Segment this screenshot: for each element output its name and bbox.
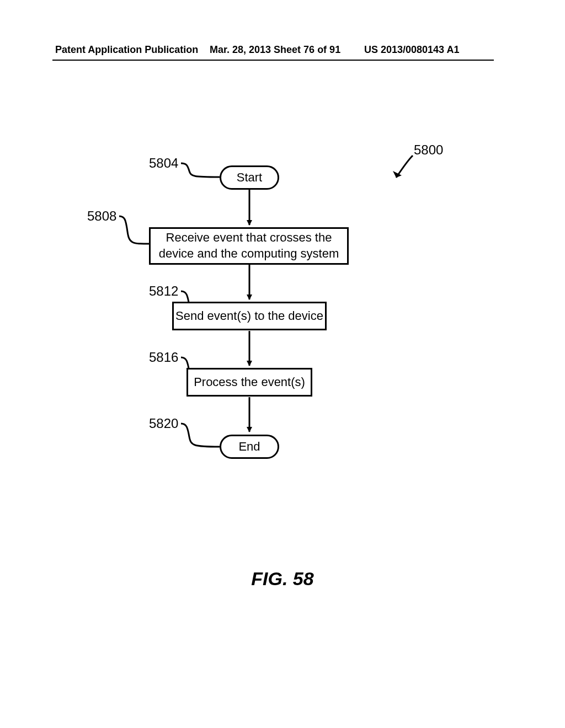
- process-event-box: Process the event(s): [186, 368, 312, 397]
- send-event-box: Send event(s) to the device: [172, 302, 327, 330]
- receive-event-text: Receive event that crosses the device an…: [155, 230, 343, 261]
- end-label: End: [238, 439, 260, 455]
- start-label: Start: [237, 170, 262, 186]
- send-event-text: Send event(s) to the device: [175, 308, 323, 324]
- ref-start: 5804: [149, 156, 178, 171]
- ref-process: 5816: [149, 350, 178, 365]
- ref-end: 5820: [149, 416, 178, 431]
- start-terminator: Start: [220, 165, 279, 190]
- ref-receive: 5808: [87, 208, 116, 224]
- ref-overall: 5800: [414, 142, 443, 158]
- figure-title: FIG. 58: [0, 568, 565, 590]
- process-event-text: Process the event(s): [194, 374, 305, 390]
- flowchart-connectors: [0, 0, 565, 728]
- receive-event-box: Receive event that crosses the device an…: [149, 227, 349, 265]
- end-terminator: End: [220, 435, 279, 459]
- ref-send: 5812: [149, 283, 178, 299]
